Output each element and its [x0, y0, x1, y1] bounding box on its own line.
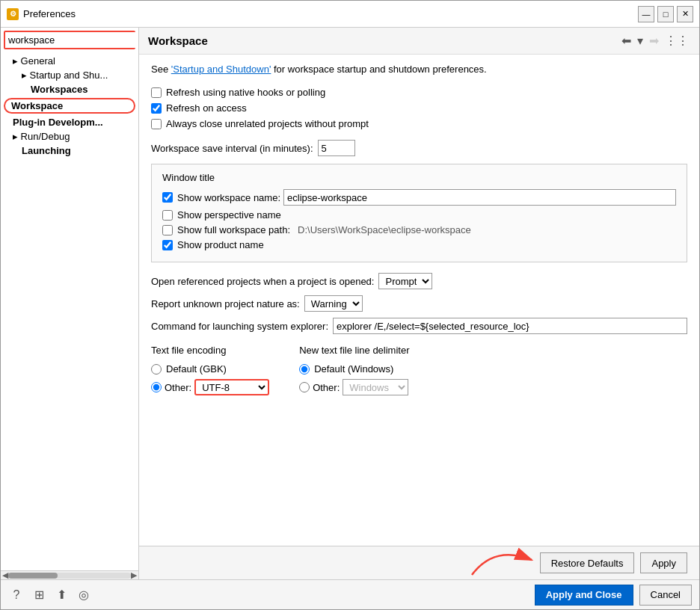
- window-title-label: Window title: [162, 172, 676, 183]
- refresh-native-row: Refresh using native hooks or polling: [151, 87, 687, 98]
- always-close-row: Always close unrelated projects without …: [151, 118, 687, 129]
- open-referenced-row: Open referenced projects when a project …: [151, 273, 687, 289]
- footer-icons: ? ⊞ ⬆ ◎: [8, 587, 92, 603]
- encoding-default-label: Default (GBK): [166, 363, 227, 375]
- show-workspace-name-label: Show workspace name:: [177, 192, 280, 203]
- title-bar: ⚙ Preferences — □ ✕: [1, 1, 699, 28]
- refresh-native-label: Refresh using native hooks or polling: [166, 87, 325, 98]
- refresh-native-checkbox[interactable]: [151, 87, 162, 98]
- sidebar-item-startup[interactable]: ▸ Startup and Shu...: [1, 68, 138, 82]
- scroll-left-icon[interactable]: ◀: [2, 570, 8, 579]
- sidebar-item-workspaces[interactable]: Workspaces: [1, 82, 138, 96]
- line-delimiter-group: New text file line delimiter Default (Wi…: [299, 345, 409, 395]
- delimiter-default-label: Default (Windows): [314, 363, 393, 375]
- apply-button[interactable]: Apply: [640, 552, 687, 573]
- delimiter-default-radio[interactable]: [299, 364, 310, 375]
- close-button[interactable]: ✕: [677, 6, 693, 22]
- restore-defaults-button[interactable]: Restore Defaults: [540, 552, 635, 573]
- minimize-button[interactable]: —: [638, 6, 654, 22]
- workspace-name-input[interactable]: [283, 189, 676, 206]
- show-workspace-name-checkbox[interactable]: [162, 192, 173, 203]
- delimiter-other-select[interactable]: Windows Unix Mac OS 9: [343, 379, 408, 395]
- right-panel: Workspace ⬅ ▾ ➡ ⋮⋮ See 'Startup and Shut…: [139, 28, 699, 579]
- export-icon[interactable]: ⊞: [31, 587, 47, 603]
- refresh-access-label: Refresh on access: [166, 102, 247, 114]
- line-delimiter-title: New text file line delimiter: [299, 345, 409, 356]
- delimiter-other-radio[interactable]: [299, 382, 310, 392]
- info-text-after: for workspace startup and shutdown prefe…: [274, 64, 487, 75]
- save-interval-row: Workspace save interval (in minutes):: [151, 140, 687, 156]
- sidebar-item-plugindev[interactable]: Plug-in Developm...: [1, 115, 138, 129]
- sidebar-item-general[interactable]: ▸ General: [1, 54, 138, 68]
- scroll-track[interactable]: [8, 573, 131, 579]
- show-product-name-checkbox[interactable]: [162, 240, 173, 250]
- right-toolbar: ⬅ ▾ ➡ ⋮⋮: [620, 32, 690, 49]
- maximize-button[interactable]: □: [657, 6, 674, 22]
- encoding-default-radio[interactable]: [151, 364, 162, 375]
- show-product-name-row: Show product name: [162, 239, 676, 250]
- sidebar-item-rundebug[interactable]: ▸ Run/Debug: [1, 129, 138, 144]
- show-full-path-row: Show full workspace path: D:\Users\WorkS…: [162, 224, 676, 235]
- open-referenced-label: Open referenced projects when a project …: [151, 276, 374, 287]
- full-path-value: D:\Users\WorkSpace\eclipse-workspace: [298, 224, 471, 235]
- info-link-row: See 'Startup and Shutdown' for workspace…: [151, 64, 687, 75]
- encoding-other-row: Other: UTF-8 UTF-16 ISO-8859-1 US-ASCII: [151, 379, 269, 395]
- cancel-button[interactable]: Cancel: [639, 585, 692, 606]
- show-perspective-name-label: Show perspective name: [177, 209, 281, 221]
- window-controls: — □ ✕: [638, 6, 693, 22]
- command-label: Command for launching system explorer:: [151, 321, 328, 332]
- always-close-label: Always close unrelated projects without …: [166, 118, 369, 129]
- info-text-before: See: [151, 64, 171, 75]
- import-icon[interactable]: ⬆: [53, 587, 70, 603]
- startup-link[interactable]: 'Startup and Shutdown': [171, 64, 271, 75]
- sidebar-scrollbar[interactable]: ◀ ▶: [1, 570, 138, 579]
- text-encoding-group: Text file encoding Default (GBK) Other: …: [151, 345, 269, 395]
- delimiter-default-row: Default (Windows): [299, 363, 409, 375]
- show-full-path-label: Show full workspace path:: [177, 224, 290, 235]
- footer-right: Apply and Close Cancel: [535, 585, 692, 606]
- sidebar-item-launching[interactable]: Launching: [1, 144, 138, 158]
- command-row: Command for launching system explorer:: [151, 318, 687, 334]
- scroll-thumb: [8, 573, 58, 579]
- scroll-right-icon[interactable]: ▶: [131, 570, 137, 579]
- show-perspective-name-checkbox[interactable]: [162, 210, 173, 221]
- show-perspective-name-row: Show perspective name: [162, 209, 676, 221]
- command-input[interactable]: [333, 318, 687, 334]
- report-unknown-row: Report unknown project nature as: Warnin…: [151, 295, 687, 312]
- show-full-path-checkbox[interactable]: [162, 225, 173, 235]
- encoding-section: Text file encoding Default (GBK) Other: …: [151, 345, 687, 395]
- delimiter-other-row: Other: Windows Unix Mac OS 9: [299, 379, 409, 395]
- forward-button[interactable]: ➡: [648, 32, 660, 49]
- save-interval-label: Workspace save interval (in minutes):: [151, 143, 313, 154]
- back-button[interactable]: ⬅: [620, 32, 633, 49]
- search-bar[interactable]: ✕: [4, 31, 135, 49]
- encoding-default-row: Default (GBK): [151, 363, 269, 375]
- right-body: See 'Startup and Shutdown' for workspace…: [139, 55, 699, 546]
- search-input[interactable]: [5, 32, 137, 48]
- encoding-title: Text file encoding: [151, 345, 269, 356]
- encoding-other-radio[interactable]: [151, 382, 162, 392]
- always-close-checkbox[interactable]: [151, 119, 162, 129]
- dialog-title: Preferences: [23, 8, 638, 19]
- bottom-buttons: Restore Defaults Apply: [139, 546, 699, 579]
- encoding-other-label: Other:: [165, 382, 191, 393]
- main-checkboxes: Refresh using native hooks or polling Re…: [151, 87, 687, 129]
- delimiter-other-label: Other:: [313, 382, 340, 393]
- footer-bar: ? ⊞ ⬆ ◎ Apply and Close Cancel: [1, 579, 699, 609]
- report-unknown-select[interactable]: Warning Error Ignore: [304, 295, 363, 312]
- refresh-access-checkbox[interactable]: [151, 103, 162, 114]
- sidebar: ✕ ▸ General ▸ Startup and Shu... Workspa…: [1, 28, 139, 579]
- main-content: ✕ ▸ General ▸ Startup and Shu... Workspa…: [1, 28, 699, 579]
- sidebar-item-workspace[interactable]: Workspace: [4, 98, 135, 114]
- refresh-access-row: Refresh on access: [151, 102, 687, 114]
- preferences-icon[interactable]: ◎: [76, 587, 92, 603]
- menu-button[interactable]: ⋮⋮: [663, 32, 690, 49]
- encoding-other-select[interactable]: UTF-8 UTF-16 ISO-8859-1 US-ASCII: [194, 379, 269, 395]
- help-icon[interactable]: ?: [8, 587, 25, 603]
- save-interval-input[interactable]: [318, 140, 355, 156]
- dropdown-button[interactable]: ▾: [636, 32, 645, 49]
- report-unknown-label: Report unknown project nature as:: [151, 298, 300, 309]
- right-header: Workspace ⬅ ▾ ➡ ⋮⋮: [139, 28, 699, 55]
- apply-and-close-button[interactable]: Apply and Close: [535, 585, 633, 606]
- open-referenced-select[interactable]: Prompt Always Never: [378, 273, 432, 289]
